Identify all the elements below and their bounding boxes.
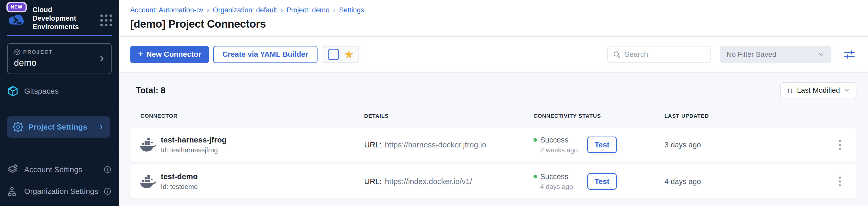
- layers-gear-icon: [7, 164, 19, 175]
- total-count: Total: 8: [136, 85, 165, 95]
- favorite-checkbox[interactable]: [328, 49, 339, 60]
- favorite-filter-group: ★: [323, 46, 359, 63]
- plus-icon: +: [138, 49, 143, 59]
- breadcrumb: Account: Automation-cv Organization: def…: [130, 6, 868, 14]
- breadcrumb-account-link[interactable]: Account: Automation-cv: [130, 6, 203, 14]
- yaml-builder-button[interactable]: Create via YAML Builder: [213, 46, 317, 63]
- connector-list: Total: 8 Last Modified CONNECTOR DETAILS…: [119, 73, 868, 206]
- breadcrumb-project-link[interactable]: Project: demo: [287, 6, 330, 14]
- product-title: Cloud Development Environments: [32, 6, 87, 31]
- new-badge: NEW: [8, 3, 26, 11]
- last-updated-text: 4 days ago: [664, 177, 701, 186]
- sidebar-item-organization-settings[interactable]: Organization Settings: [0, 183, 119, 200]
- brand-header: NEW Cloud Development Environments: [0, 0, 119, 31]
- status-block: Success 2 weeks ago: [533, 136, 578, 154]
- new-connector-label: New Connector: [146, 50, 201, 59]
- cloud-shell-logo-icon: [7, 12, 27, 29]
- test-connection-button[interactable]: Test: [587, 136, 617, 153]
- page-header: Account: Automation-cv Organization: def…: [119, 0, 868, 37]
- status-block: Success 4 days ago: [533, 173, 573, 191]
- breadcrumb-organization-link[interactable]: Organization: default: [213, 6, 277, 14]
- status-line: Success: [533, 173, 573, 181]
- breadcrumb-separator-icon: [207, 6, 209, 14]
- sort-dropdown[interactable]: Last Modified: [780, 82, 857, 98]
- new-connector-button[interactable]: + New Connector: [130, 46, 209, 63]
- status-text: Success: [540, 173, 568, 181]
- search-box: [608, 46, 711, 63]
- column-header-connectivity-status: CONNECTIVITY STATUS: [533, 113, 664, 119]
- project-label: PROJECT: [23, 49, 53, 55]
- toolbar: + New Connector Create via YAML Builder …: [119, 37, 868, 73]
- last-updated-cell: 4 days ago: [664, 175, 857, 188]
- sidebar-item-label: Organization Settings: [24, 187, 98, 196]
- status-cell: Success 4 days ago Test: [533, 173, 664, 191]
- details-cell: URL: https://harness-docker.jfrog.io: [364, 140, 533, 149]
- connector-row[interactable]: test-harness-jfrog Id: testharnessjfrog …: [130, 128, 857, 162]
- url-value: https://harness-docker.jfrog.io: [385, 140, 486, 149]
- brand-logo-stack: NEW: [7, 2, 27, 29]
- details-cell: URL: https://index.docker.io/v1/: [364, 177, 533, 186]
- chevron-right-icon: [98, 55, 105, 62]
- cube-icon: [14, 49, 21, 55]
- list-top-bar: Total: 8 Last Modified: [130, 73, 857, 98]
- sidebar: NEW Cloud Development Environments: [0, 0, 119, 206]
- saved-filter-select[interactable]: No Filter Saved: [720, 46, 831, 63]
- sidebar-item-label: Project Settings: [28, 123, 87, 131]
- gitspaces-cube-icon: [7, 85, 19, 97]
- sidebar-item-project-settings[interactable]: Project Settings: [7, 117, 110, 137]
- column-header-details: DETAILS: [364, 113, 533, 119]
- page-title: [demo] Project Connectors: [130, 18, 868, 30]
- column-header-connector: CONNECTOR: [130, 113, 364, 119]
- gear-icon: [13, 122, 23, 132]
- module-grid-icon[interactable]: [100, 15, 112, 26]
- success-dot-icon: [533, 138, 537, 142]
- success-dot-icon: [533, 175, 537, 178]
- last-updated-cell: 3 days ago: [664, 138, 857, 152]
- nav-divider: [7, 108, 112, 108]
- connector-row[interactable]: test-demo Id: testdemo URL: https://inde…: [130, 164, 857, 199]
- connector-id: Id: testdemo: [161, 183, 198, 191]
- url-value: https://index.docker.io/v1/: [385, 177, 472, 186]
- status-line: Success: [533, 136, 578, 144]
- sidebar-item-account-settings[interactable]: Account Settings: [0, 161, 119, 178]
- search-input[interactable]: [624, 50, 705, 59]
- sort-arrows-icon: [786, 86, 793, 95]
- app-root: NEW Cloud Development Environments: [0, 0, 868, 206]
- info-icon[interactable]: [103, 165, 112, 174]
- status-time: 4 days ago: [540, 183, 573, 191]
- row-menu-kebab-icon[interactable]: [837, 175, 843, 188]
- sidebar-item-label: Account Settings: [24, 165, 82, 174]
- sort-label: Last Modified: [797, 86, 840, 95]
- toolbar-right: No Filter Saved: [608, 46, 856, 63]
- breadcrumb-separator-icon: [333, 6, 335, 14]
- connector-name: test-demo: [161, 172, 198, 181]
- sidebar-item-gitspaces[interactable]: Gitspaces: [0, 83, 119, 99]
- test-connection-button[interactable]: Test: [587, 173, 617, 190]
- filter-sliders-icon[interactable]: [843, 48, 856, 61]
- status-time: 2 weeks ago: [540, 146, 578, 154]
- search-icon: [613, 50, 621, 59]
- row-menu-kebab-icon[interactable]: [837, 138, 843, 152]
- table-header: CONNECTOR DETAILS CONNECTIVITY STATUS LA…: [130, 113, 857, 119]
- info-icon[interactable]: [103, 187, 112, 196]
- breadcrumb-settings-link[interactable]: Settings: [339, 6, 364, 14]
- url-label: URL:: [364, 140, 382, 149]
- breadcrumb-separator-icon: [281, 6, 283, 14]
- project-selector-top: PROJECT: [14, 49, 105, 55]
- nav-divider: [7, 146, 112, 146]
- star-icon[interactable]: ★: [344, 49, 354, 60]
- docker-icon: [140, 138, 156, 152]
- url-label: URL:: [364, 177, 382, 186]
- org-hierarchy-gear-icon: [7, 186, 19, 197]
- last-updated-text: 3 days ago: [664, 141, 701, 149]
- brand-underline: [7, 35, 112, 36]
- project-selector[interactable]: PROJECT demo: [7, 43, 112, 74]
- project-name: demo: [14, 57, 105, 68]
- sidebar-item-label: Gitspaces: [24, 87, 59, 96]
- chevron-right-icon: [98, 124, 104, 130]
- docker-icon: [140, 175, 156, 188]
- chevron-down-icon: [818, 51, 825, 58]
- connector-cell: test-harness-jfrog Id: testharnessjfrog: [130, 135, 364, 154]
- sidebar-nav: Gitspaces Project Settings: [0, 74, 119, 200]
- column-header-last-updated: LAST UPDATED: [664, 113, 857, 119]
